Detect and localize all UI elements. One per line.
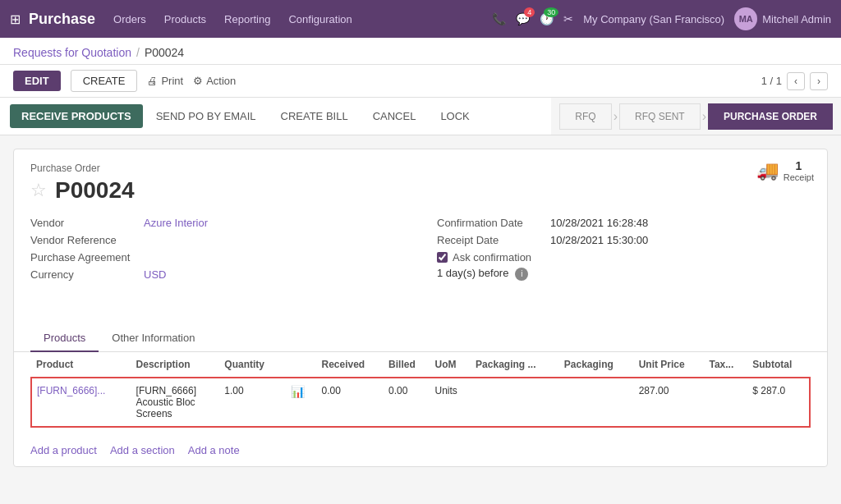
action-bar: EDIT CREATE 🖨 Print ⚙ Action 1 / 1 ‹ › xyxy=(0,65,841,98)
prev-page-button[interactable]: ‹ xyxy=(787,72,805,90)
print-label: Print xyxy=(161,75,183,87)
col-quantity: Quantity xyxy=(219,352,283,378)
cell-product[interactable]: [FURN_6666]... xyxy=(31,378,131,427)
form-left: Vendor Azure Interior Vendor Reference P… xyxy=(30,217,404,286)
currency-value[interactable]: USD xyxy=(144,268,166,281)
avatar: MA xyxy=(734,7,757,30)
col-unit-price: Unit Price xyxy=(634,352,705,378)
status-bar: RECEIVE PRODUCTS SEND PO BY EMAIL CREATE… xyxy=(0,98,841,135)
vendor-ref-row: Vendor Reference xyxy=(30,234,404,246)
nav-reporting[interactable]: Reporting xyxy=(223,10,272,29)
tab-other-label: Other Information xyxy=(112,332,195,344)
activity-badge: 30 xyxy=(544,7,558,17)
brand-label[interactable]: Purchase xyxy=(29,11,95,28)
desc-line3: Screens xyxy=(136,408,215,419)
table-body: [FURN_6666]... [FURN_6666] Acoustic Bloc… xyxy=(31,378,810,427)
billed-value: 0.00 xyxy=(388,385,407,396)
receipt-count: 1 Receipt xyxy=(784,159,814,182)
col-chart xyxy=(283,352,317,378)
table-row: [FURN_6666]... [FURN_6666] Acoustic Bloc… xyxy=(31,378,810,427)
star-icon[interactable]: ☆ xyxy=(30,180,47,201)
stage-rfq[interactable]: RFQ xyxy=(559,103,611,130)
col-description: Description xyxy=(131,352,220,378)
nav-configuration[interactable]: Configuration xyxy=(287,10,353,29)
doc-id: P00024 xyxy=(55,177,135,204)
tab-products-label: Products xyxy=(44,332,85,344)
desc-line1: [FURN_6666] xyxy=(136,385,215,396)
action-button[interactable]: ⚙ Action xyxy=(193,75,236,87)
activity-icon[interactable]: 🕐 30 xyxy=(540,12,554,25)
status-actions: RECEIVE PRODUCTS SEND PO BY EMAIL CREATE… xyxy=(0,98,551,135)
doc-type-label: Purchase Order xyxy=(30,163,811,174)
chat-badge: 4 xyxy=(524,7,535,17)
next-page-button[interactable]: › xyxy=(810,72,828,90)
products-table: Product Description Quantity Received Bi… xyxy=(30,352,811,428)
add-section-link[interactable]: Add a section xyxy=(110,444,175,456)
col-packaging: Packaging xyxy=(559,352,634,378)
col-subtotal: Subtotal xyxy=(747,352,810,378)
tab-products[interactable]: Products xyxy=(30,325,99,352)
cell-trend[interactable]: 📊 xyxy=(283,378,317,427)
create-button[interactable]: CREATE xyxy=(71,70,138,92)
add-note-link[interactable]: Add a note xyxy=(188,444,240,456)
cell-packaging xyxy=(559,378,634,427)
add-product-link[interactable]: Add a product xyxy=(30,444,97,456)
cell-packaging-type xyxy=(471,378,559,427)
cell-uom: Units xyxy=(430,378,471,427)
vendor-label: Vendor xyxy=(30,217,137,229)
receive-products-button[interactable]: RECEIVE PRODUCTS xyxy=(10,104,143,128)
currency-label: Currency xyxy=(30,268,137,281)
ask-confirmation-label: Ask confirmation xyxy=(453,251,531,263)
cell-unit-price: 287.00 xyxy=(634,378,705,427)
tab-other-information[interactable]: Other Information xyxy=(99,325,208,352)
products-table-wrap: Product Description Quantity Received Bi… xyxy=(14,352,827,438)
print-button[interactable]: 🖨 Print xyxy=(147,75,183,87)
col-received: Received xyxy=(316,352,384,378)
edit-button[interactable]: EDIT xyxy=(13,71,61,91)
action-label: Action xyxy=(206,75,236,87)
ask-confirmation-checkbox[interactable] xyxy=(437,252,448,263)
phone-icon[interactable]: 📞 xyxy=(492,12,506,25)
purchase-agreement-row: Purchase Agreement xyxy=(30,251,404,263)
quantity-value: 1.00 xyxy=(224,385,243,396)
receipt-badge[interactable]: 🚚 1 Receipt xyxy=(756,159,814,182)
breadcrumb-parent[interactable]: Requests for Quotation xyxy=(13,46,131,59)
add-row: Add a product Add a section Add a note xyxy=(14,438,827,466)
stage-arrow-1: › xyxy=(612,109,619,124)
settings-icon[interactable]: ✂ xyxy=(563,12,573,25)
nav-products[interactable]: Products xyxy=(163,10,208,29)
user-menu[interactable]: MA Mitchell Admin xyxy=(734,7,831,30)
truck-icon: 🚚 xyxy=(756,160,779,181)
status-stages: RFQ › RFQ SENT › PURCHASE ORDER xyxy=(551,103,841,130)
stage-rfq-sent[interactable]: RFQ SENT xyxy=(619,103,701,130)
confirmation-date-row: Confirmation Date 10/28/2021 16:28:48 xyxy=(437,217,811,229)
send-po-button[interactable]: SEND PO BY EMAIL xyxy=(145,104,268,128)
stage-purchase-order[interactable]: PURCHASE ORDER xyxy=(708,103,833,130)
form-grid: Vendor Azure Interior Vendor Reference P… xyxy=(30,217,811,286)
receipt-date-label: Receipt Date xyxy=(437,234,544,246)
chat-icon[interactable]: 💬 4 xyxy=(516,12,530,25)
trend-chart-icon[interactable]: 📊 xyxy=(291,385,305,398)
vendor-value[interactable]: Azure Interior xyxy=(144,217,208,229)
col-packaging-type: Packaging ... xyxy=(471,352,559,378)
days-before-value: 1 day(s) before xyxy=(437,267,508,279)
doc-title: ☆ P00024 xyxy=(30,177,811,204)
col-tax: Tax... xyxy=(704,352,747,378)
nav-orders[interactable]: Orders xyxy=(112,10,148,29)
table-header-row: Product Description Quantity Received Bi… xyxy=(31,352,810,378)
top-navigation: ⊞ Purchase Orders Products Reporting Con… xyxy=(0,0,841,38)
breadcrumb-current: P00024 xyxy=(145,46,184,59)
cancel-button[interactable]: CANCEL xyxy=(361,104,428,128)
breadcrumb-separator: / xyxy=(136,46,140,59)
info-icon[interactable]: i xyxy=(515,268,528,281)
create-bill-button[interactable]: CREATE BILL xyxy=(269,104,360,128)
cell-tax xyxy=(704,378,747,427)
uom-value: Units xyxy=(434,385,457,396)
lock-button[interactable]: LOCK xyxy=(429,104,480,128)
nav-items: Orders Products Reporting Configuration xyxy=(112,10,492,29)
breadcrumb: Requests for Quotation / P00024 xyxy=(0,38,841,65)
grid-icon[interactable]: ⊞ xyxy=(10,11,21,27)
currency-row: Currency USD xyxy=(30,268,404,281)
product-link[interactable]: [FURN_6666]... xyxy=(37,385,105,396)
company-label[interactable]: My Company (San Francisco) xyxy=(583,13,724,25)
